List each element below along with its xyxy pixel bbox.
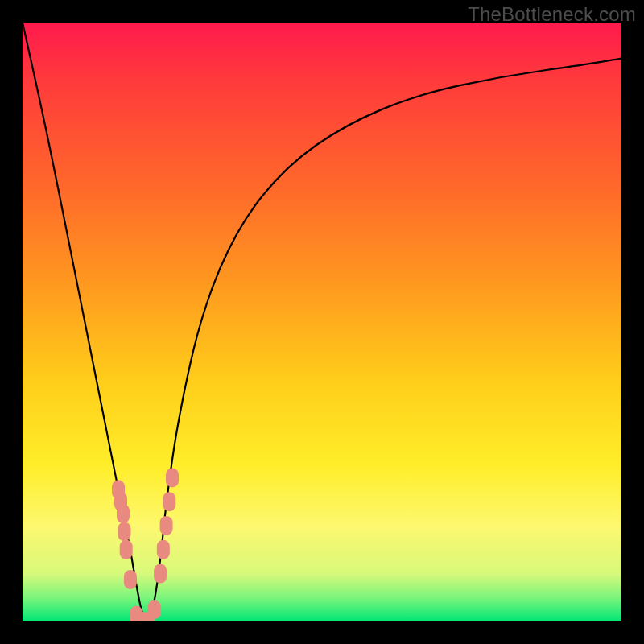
curve-marker [117, 504, 130, 523]
chart-plot-area [23, 23, 621, 621]
curve-marker [157, 540, 170, 559]
curve-marker [118, 522, 130, 541]
curve-marker [166, 468, 179, 487]
curve-marker [163, 492, 175, 511]
curve-marker [120, 540, 133, 559]
curve-path [23, 23, 621, 619]
chart-frame: TheBottleneck.com [0, 0, 644, 644]
curve-marker [154, 564, 167, 583]
curve-marker [160, 516, 173, 535]
curve-marker [148, 600, 161, 619]
bottleneck-curve [23, 23, 621, 619]
chart-svg [23, 23, 621, 621]
curve-marker [124, 570, 137, 589]
watermark-text: TheBottleneck.com [468, 3, 636, 26]
